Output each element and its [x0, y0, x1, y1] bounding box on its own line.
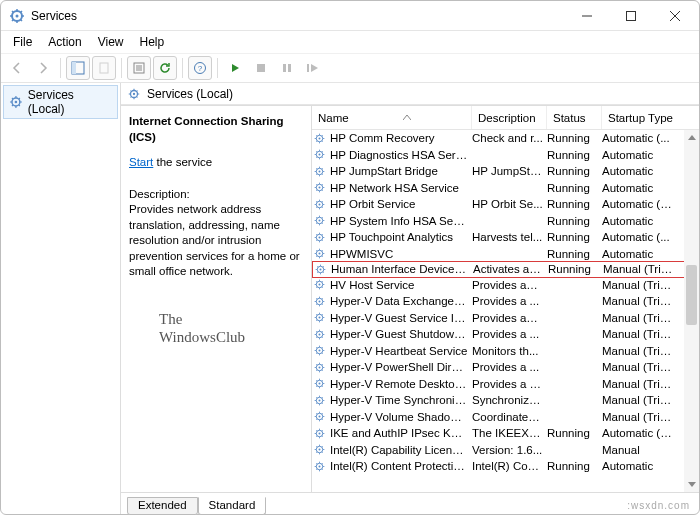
maximize-button[interactable] [609, 2, 653, 30]
cell-status: Running [547, 248, 602, 260]
cell-startup-type: Automatic (T... [602, 198, 677, 210]
cell-description: Provides a ... [472, 295, 547, 307]
minimize-button[interactable] [565, 2, 609, 30]
scroll-up-button[interactable] [684, 130, 699, 145]
gear-icon [312, 247, 330, 260]
list-body[interactable]: HP Comm RecoveryCheck and r...RunningAut… [312, 130, 699, 492]
vertical-scrollbar[interactable] [684, 130, 699, 492]
service-row[interactable]: HP Orbit ServiceHP Orbit Se...RunningAut… [312, 196, 699, 213]
service-row[interactable]: Hyper-V Remote Desktop Virtualiz...Provi… [312, 376, 699, 393]
cell-startup-type: Manual (Trig... [602, 279, 677, 291]
col-description[interactable]: Description [472, 106, 547, 129]
service-row[interactable]: Hyper-V Time Synchronization Se...Synchr… [312, 392, 699, 409]
tab-extended[interactable]: Extended [127, 497, 198, 515]
cell-status: Running [547, 182, 602, 194]
help-button[interactable]: ? [188, 56, 212, 80]
svg-point-32 [318, 203, 320, 205]
show-hide-tree-button[interactable] [66, 56, 90, 80]
service-row[interactable]: HV Host ServiceProvides an ...Manual (Tr… [312, 277, 699, 294]
cell-startup-type: Manual (Trig... [602, 411, 677, 423]
menu-view[interactable]: View [90, 33, 132, 51]
start-link[interactable]: Start [129, 156, 153, 168]
cell-description: Intel(R) Con... [472, 460, 547, 472]
cell-name: HP Orbit Service [330, 198, 472, 210]
cell-startup-type: Automatic (... [602, 132, 677, 144]
service-row[interactable]: HP Touchpoint AnalyticsHarvests tel...Ru… [312, 229, 699, 246]
col-startup-type[interactable]: Startup Type [602, 106, 677, 129]
description-text: Provides network address translation, ad… [129, 202, 301, 280]
scroll-track[interactable] [684, 145, 699, 477]
tree-root-services-local[interactable]: Services (Local) [3, 85, 118, 119]
cell-name: HP JumpStart Bridge [330, 165, 472, 177]
svg-rect-8 [100, 63, 108, 73]
cell-name: HP Diagnostics HSA Service [330, 149, 472, 161]
stop-service-button[interactable] [249, 56, 273, 80]
service-row[interactable]: Human Interface Device ServiceActivates … [312, 261, 699, 278]
tab-standard[interactable]: Standard [198, 497, 267, 515]
svg-point-52 [318, 366, 320, 368]
cell-description: Provides a p... [472, 378, 547, 390]
service-row[interactable]: Hyper-V Heartbeat ServiceMonitors th...M… [312, 343, 699, 360]
selected-service-name: Internet Connection Sharing (ICS) [129, 114, 301, 145]
service-row[interactable]: Hyper-V Guest Shutdown ServiceProvides a… [312, 326, 699, 343]
cell-description: Coordinates... [472, 411, 547, 423]
cell-startup-type: Automatic [602, 149, 677, 161]
menubar: File Action View Help [1, 31, 699, 53]
cell-startup-type: Manual (Trig... [602, 312, 677, 324]
separator [217, 58, 218, 78]
refresh-button[interactable] [153, 56, 177, 80]
separator [60, 58, 61, 78]
svg-point-20 [15, 101, 18, 104]
start-service-button[interactable] [223, 56, 247, 80]
watermark-line1: The [159, 310, 301, 328]
gear-icon [312, 181, 330, 194]
detail-and-list: Internet Connection Sharing (ICS) Start … [121, 105, 699, 492]
service-row[interactable]: Intel(R) Capability Licensing Servi...Ve… [312, 442, 699, 459]
cell-name: Hyper-V Data Exchange Service [330, 295, 472, 307]
service-row[interactable]: Intel(R) Content Protection HDCP ...Inte… [312, 458, 699, 475]
cell-startup-type: Manual (Trig... [602, 378, 677, 390]
col-status[interactable]: Status [547, 106, 602, 129]
cell-name: Hyper-V Guest Service Interface [330, 312, 472, 324]
service-row[interactable]: Hyper-V Volume Shadow Copy Re...Coordina… [312, 409, 699, 426]
gear-icon [8, 94, 24, 110]
cell-status: Running [547, 198, 602, 210]
cell-name: HP Touchpoint Analytics [330, 231, 472, 243]
service-row[interactable]: HP Diagnostics HSA ServiceRunningAutomat… [312, 147, 699, 164]
service-row[interactable]: Hyper-V Guest Service InterfaceProvides … [312, 310, 699, 327]
pause-service-button[interactable] [275, 56, 299, 80]
svg-point-64 [318, 465, 320, 467]
service-row[interactable]: HP System Info HSA ServiceRunningAutomat… [312, 213, 699, 230]
service-row[interactable]: Hyper-V Data Exchange ServiceProvides a … [312, 293, 699, 310]
menu-file[interactable]: File [5, 33, 40, 51]
service-row[interactable]: HPWMISVCRunningAutomatic [312, 246, 699, 263]
restart-service-button[interactable] [301, 56, 325, 80]
gear-icon [312, 328, 330, 341]
menu-help[interactable]: Help [132, 33, 173, 51]
scroll-thumb[interactable] [686, 265, 697, 325]
service-row[interactable]: HP Comm RecoveryCheck and r...RunningAut… [312, 130, 699, 147]
close-button[interactable] [653, 2, 697, 30]
back-button[interactable] [5, 56, 29, 80]
sort-asc-icon [403, 115, 411, 120]
col-name[interactable]: Name [312, 106, 472, 129]
service-row[interactable]: HP JumpStart BridgeHP JumpSta...RunningA… [312, 163, 699, 180]
cell-description: Provides a ... [472, 361, 547, 373]
menu-action[interactable]: Action [40, 33, 89, 51]
cell-startup-type: Manual (Trig... [602, 361, 677, 373]
service-row[interactable]: Hyper-V PowerShell Direct ServiceProvide… [312, 359, 699, 376]
scroll-down-button[interactable] [684, 477, 699, 492]
cell-name: HPWMISVC [330, 248, 472, 260]
forward-button[interactable] [31, 56, 55, 80]
service-row[interactable]: HP Network HSA ServiceRunningAutomatic [312, 180, 699, 197]
properties-button[interactable] [127, 56, 151, 80]
export-list-button[interactable] [92, 56, 116, 80]
start-suffix: the service [153, 156, 212, 168]
cell-status: Running [547, 215, 602, 227]
cell-startup-type: Automatic (T... [602, 427, 677, 439]
svg-rect-18 [307, 64, 309, 72]
cell-startup-type: Manual (Trig... [603, 263, 678, 275]
svg-point-24 [318, 137, 320, 139]
cell-status: Running [547, 165, 602, 177]
service-row[interactable]: IKE and AuthIP IPsec Keying Modu...The I… [312, 425, 699, 442]
